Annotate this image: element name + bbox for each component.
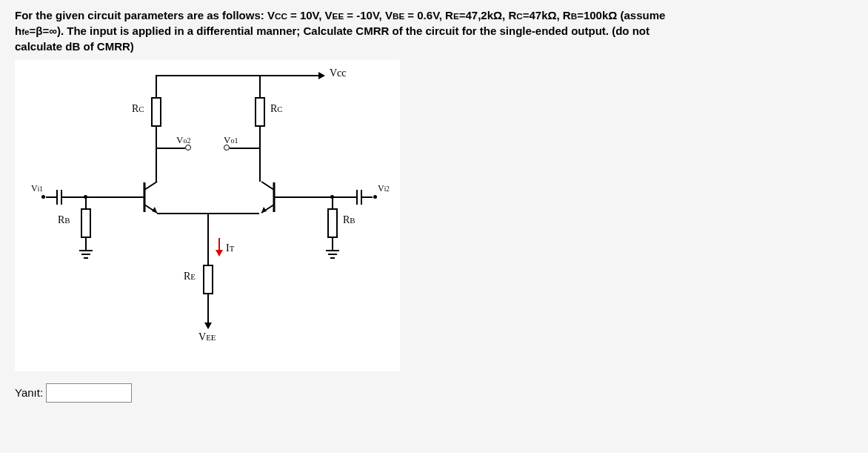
answer-input[interactable] bbox=[46, 383, 132, 403]
answer-label: Yanıt: bbox=[15, 386, 43, 399]
question-text: For the given circuit parameters are as … bbox=[15, 7, 853, 54]
resistor-rb-right bbox=[327, 208, 338, 238]
resistor-rc-right bbox=[255, 97, 265, 127]
svg-line-1 bbox=[144, 182, 157, 190]
resistor-rc-left bbox=[151, 97, 161, 127]
circuit-diagram: Vcc RC RC Vo2 Vo1 IT RE VE bbox=[15, 60, 400, 371]
transistor-left bbox=[130, 179, 174, 216]
svg-line-6 bbox=[261, 182, 274, 190]
resistor-rb-left bbox=[81, 208, 91, 238]
resistor-re bbox=[203, 265, 213, 294]
transistor-right bbox=[244, 179, 289, 216]
